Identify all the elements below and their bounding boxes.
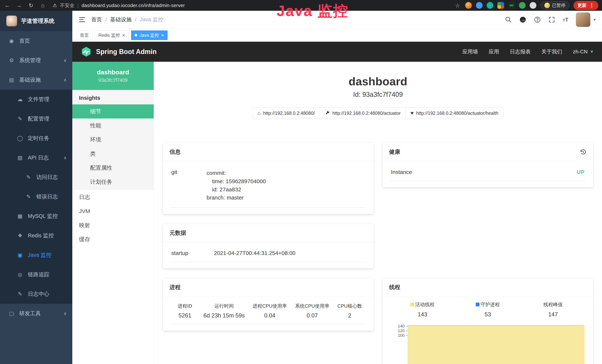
chart-plot-area bbox=[408, 324, 586, 364]
menu-item-mappings[interactable]: 映射 bbox=[72, 218, 154, 232]
extension-icon-on-badge[interactable]: on bbox=[508, 2, 515, 9]
hamburger-icon[interactable] bbox=[79, 16, 86, 23]
legend-peak-value: 147 bbox=[520, 308, 586, 319]
update-button[interactable]: 更新 ⋮ bbox=[573, 1, 598, 10]
live-threads-area bbox=[408, 325, 585, 364]
close-icon[interactable]: × bbox=[161, 33, 164, 38]
sidebar-item-infra[interactable]: ▤ 基础设施 ∧ bbox=[0, 70, 72, 90]
sidebar-item-api-log[interactable]: ▧ API 日志 ∧ bbox=[0, 148, 72, 167]
forward-icon[interactable]: → bbox=[16, 2, 23, 9]
sidebar-item-redis[interactable]: ❖ Redis 监控 bbox=[0, 226, 72, 245]
sidebar-item-access-log[interactable]: ✎ 访问日志 bbox=[0, 167, 72, 187]
timer-icon: ◯ bbox=[16, 135, 24, 141]
process-col-header: 进程CPU使用率 bbox=[249, 299, 291, 310]
sba-nav-wallboard[interactable]: 应用墙 bbox=[462, 48, 478, 55]
sidebar-item-log-center[interactable]: ✎ 日志中心 bbox=[0, 284, 72, 304]
metadata-card: 元数据 startup 2021-04-27T00:44:31.254+08:0… bbox=[163, 224, 374, 268]
app-logo-row[interactable]: 芋道管理系统 bbox=[0, 11, 72, 31]
sidebar-item-system[interactable]: ⚙ 系统管理 ∨ bbox=[0, 51, 72, 70]
search-icon[interactable] bbox=[505, 16, 512, 23]
chevron-up-icon: ∧ bbox=[64, 155, 67, 161]
topbar-tools: TT ▾ bbox=[505, 12, 596, 27]
extension-icon-grid[interactable] bbox=[497, 2, 504, 9]
avatar[interactable] bbox=[576, 12, 590, 27]
instance-header[interactable]: dashboard 93a3fc7f7409 bbox=[72, 62, 154, 90]
history-icon[interactable] bbox=[580, 149, 586, 155]
sba-nav-journal[interactable]: 日志报表 bbox=[510, 48, 531, 55]
close-icon[interactable]: × bbox=[122, 33, 125, 38]
sba-nav-applications[interactable]: 应用 bbox=[489, 48, 499, 55]
tab-home[interactable]: 首页 bbox=[76, 30, 92, 40]
infra-icon: ▤ bbox=[8, 77, 15, 83]
breadcrumb-infra[interactable]: 基础设施 bbox=[110, 16, 132, 23]
home-icon: ⌂ bbox=[258, 110, 261, 116]
menu-item-metrics[interactable]: 性能 bbox=[72, 118, 154, 133]
threads-chart: 140 120 100 bbox=[390, 324, 586, 364]
sidebar-item-mysql[interactable]: ▦ MySQL 监控 bbox=[0, 206, 72, 226]
tab-redis-monitor[interactable]: Redis 监控 × bbox=[95, 30, 129, 40]
instance-content: dashboard Id: 93a3fc7f7409 ⌂ http://192.… bbox=[154, 62, 602, 364]
menu-item-scheduled-tasks[interactable]: 计划任务 bbox=[72, 175, 154, 189]
refresh-icon[interactable]: ↻ bbox=[27, 2, 34, 9]
address-bar[interactable]: ⚠ 不安全 | dashboard.yudao.iocoder.cn/infra… bbox=[53, 2, 449, 9]
legend-daemon-value: 53 bbox=[455, 308, 520, 319]
sba-nav-links: 应用墙 应用 日志报表 关于我们 zh-CN ▼ bbox=[462, 48, 594, 55]
fullscreen-icon[interactable] bbox=[548, 16, 555, 23]
extensions-puzzle-icon[interactable] bbox=[530, 2, 536, 9]
extension-icon-pin[interactable] bbox=[476, 2, 483, 9]
y-tick: 100 bbox=[390, 333, 408, 338]
health-url-link[interactable]: ♥ http://192.168.0.2:48080/actuator/heal… bbox=[406, 107, 503, 119]
java-icon: ▣ bbox=[16, 252, 24, 258]
help-icon[interactable] bbox=[534, 16, 541, 23]
back-icon[interactable]: ← bbox=[4, 2, 11, 9]
error-log-icon: ✎ bbox=[25, 193, 32, 200]
kebab-menu-icon[interactable]: ⋮ bbox=[589, 2, 594, 9]
wrench-icon bbox=[325, 110, 330, 116]
menu-item-logging[interactable]: 日志 bbox=[72, 190, 154, 204]
locale-select[interactable]: zh-CN ▼ bbox=[573, 49, 594, 55]
extension-icon-teal[interactable] bbox=[487, 2, 493, 9]
sba-brand[interactable]: Spring Boot Admin bbox=[96, 48, 157, 56]
menu-item-config-props[interactable]: 配置属性 bbox=[72, 161, 154, 175]
y-tick: 140 bbox=[390, 324, 408, 328]
github-icon[interactable] bbox=[519, 16, 526, 23]
instance-id: 93a3fc7f7409 bbox=[98, 77, 128, 83]
menu-item-caches[interactable]: 缓存 bbox=[72, 232, 154, 246]
metadata-value: 2021-04-27T00:44:31.254+08:00 bbox=[214, 250, 296, 256]
breadcrumb-separator: / bbox=[135, 17, 137, 23]
threads-card: 线程 活动线程 bbox=[383, 278, 593, 364]
sba-nav-about[interactable]: 关于我们 bbox=[541, 48, 562, 55]
access-log-icon: ✎ bbox=[25, 174, 32, 180]
menu-item-jvm[interactable]: JVM bbox=[72, 204, 154, 218]
sidebar-item-home[interactable]: ◉ 首页 bbox=[0, 31, 72, 51]
menu-item-details[interactable]: 细节 bbox=[72, 104, 154, 118]
trace-icon: ◎ bbox=[16, 271, 24, 278]
extension-icon-fox[interactable] bbox=[465, 2, 472, 9]
sidebar-item-file[interactable]: ☁ 文件管理 bbox=[0, 90, 72, 109]
sba-body: dashboard 93a3fc7f7409 Insights 细节 性能 环境… bbox=[72, 62, 602, 364]
extension-icon-leaf[interactable] bbox=[519, 2, 526, 9]
font-size-icon[interactable]: TT bbox=[563, 17, 569, 23]
y-tick: 120 bbox=[390, 328, 408, 333]
tab-java-monitor[interactable]: Java 监控 × bbox=[131, 30, 168, 40]
menu-item-beans[interactable]: 类 bbox=[72, 147, 154, 161]
tags-view: 首页 Redis 监控 × Java 监控 × bbox=[72, 29, 602, 42]
sidebar-item-java[interactable]: ▣ Java 监控 bbox=[0, 245, 72, 265]
profile-paused-chip[interactable]: 已暂停 bbox=[540, 1, 569, 10]
chevron-down-icon: ∨ bbox=[64, 58, 67, 63]
sidebar-item-job[interactable]: ◯ 定时任务 bbox=[0, 128, 72, 148]
bookmark-star-icon[interactable]: ☆ bbox=[454, 2, 461, 9]
status-badge: UP bbox=[577, 169, 585, 175]
home-icon[interactable]: ⌂ bbox=[39, 2, 46, 9]
actuator-url-link[interactable]: http://192.168.0.2:48080/actuator bbox=[320, 107, 406, 119]
app-logo bbox=[6, 16, 17, 26]
sidebar-item-error-log[interactable]: ✎ 错误日志 bbox=[0, 187, 72, 206]
main-area: 首页 / 基础设施 / Java 监控 bbox=[72, 11, 602, 364]
sidebar-item-trace[interactable]: ◎ 链路追踪 bbox=[0, 265, 72, 284]
breadcrumb: 首页 / 基础设施 / Java 监控 bbox=[91, 16, 163, 23]
breadcrumb-home[interactable]: 首页 bbox=[91, 16, 102, 23]
menu-item-environment[interactable]: 环境 bbox=[72, 133, 154, 147]
service-url-link[interactable]: ⌂ http://192.168.0.2:48080/ bbox=[253, 107, 320, 119]
sidebar-item-config[interactable]: ✎ 配置管理 bbox=[0, 109, 72, 128]
sidebar-item-dev-tools[interactable]: ▢ 研发工具 ∨ bbox=[0, 304, 72, 323]
